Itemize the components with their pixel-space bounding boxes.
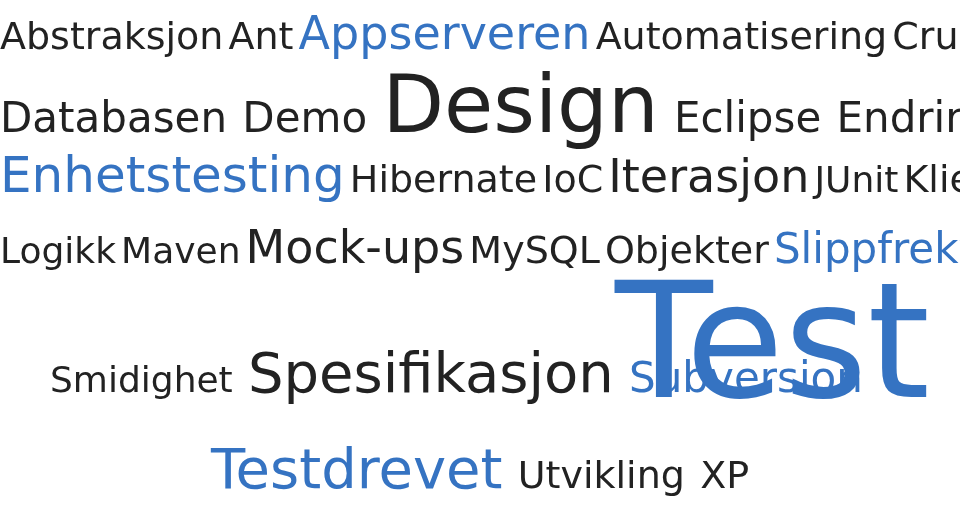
tag-mock-ups: Mock-ups <box>246 220 465 274</box>
cloud-row-3: Enhetstesting Hibernate IoC Iterasjon JU… <box>0 146 960 204</box>
tag-maven: Maven <box>121 230 240 271</box>
tag-cloud: Abstraksjon Ant Appserveren Automatiseri… <box>0 0 960 509</box>
tag-hibernate: Hibernate <box>350 157 537 201</box>
cloud-row-6: Testdrevet Utvikling XP <box>0 436 960 501</box>
tag-endringer: Endringer <box>837 93 960 142</box>
tag-eclipse: Eclipse <box>674 93 821 142</box>
tag-databasen: Databasen <box>0 93 227 142</box>
tag-junit: JUnit <box>814 159 898 200</box>
tag-utvikling: Utvikling <box>518 453 685 497</box>
cloud-row-1: Abstraksjon Ant Appserveren Automatiseri… <box>0 6 960 60</box>
tag-test: Test <box>615 262 930 422</box>
tag-ant: Ant <box>229 14 294 58</box>
tag-appserveren: Appserveren <box>299 6 591 60</box>
tag-testdrevet: Testdrevet <box>211 436 503 501</box>
tag-cruisecontrol: Cruisecontrol <box>892 14 960 58</box>
tag-enhetstesting: Enhetstesting <box>0 146 345 204</box>
tag-smidighet: Smidighet <box>50 359 233 400</box>
tag-mysql: MySQL <box>469 228 599 272</box>
tag-abstraksjon: Abstraksjon <box>0 14 223 58</box>
tag-xp: XP <box>700 453 749 497</box>
tag-demo: Demo <box>242 93 367 142</box>
tag-ioc: IoC <box>542 157 603 201</box>
tag-logikk: Logikk <box>0 230 116 271</box>
tag-spesifikasjon: Spesifikasjon <box>248 340 614 405</box>
tag-design: Design <box>382 58 658 151</box>
tag-iterasjon: Iterasjon <box>608 149 809 203</box>
cloud-row-2: Databasen Demo Design Eclipse Endringer <box>0 58 960 151</box>
tag-klienten: Klienten <box>903 157 960 201</box>
tag-automatisering: Automatisering <box>596 14 888 58</box>
